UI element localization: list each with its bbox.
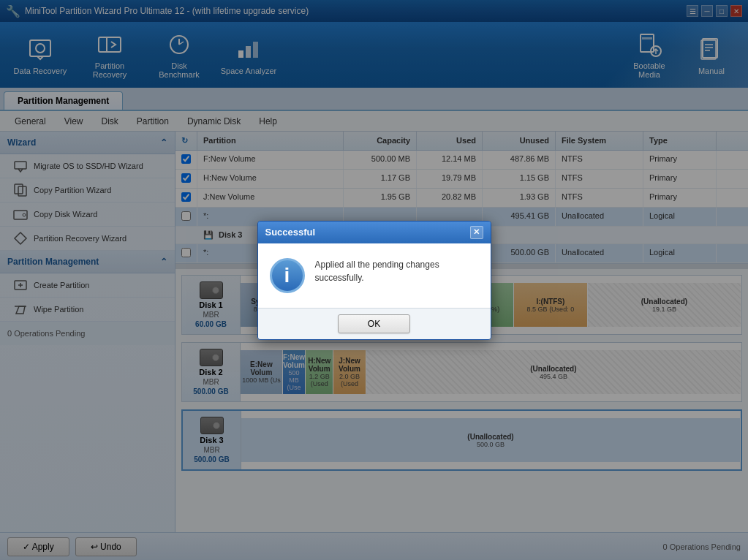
dialog-message: Applied all the pending changes successf…: [315, 258, 479, 284]
dialog-footer: OK: [258, 308, 491, 339]
dialog-icon-letter: i: [284, 264, 290, 287]
dialog-text-area: Applied all the pending changes successf…: [315, 258, 479, 284]
successful-dialog: Successful ✕ i Applied all the pending c…: [257, 221, 491, 340]
dialog-ok-button[interactable]: OK: [338, 314, 410, 333]
dialog-info-icon: i: [270, 258, 305, 293]
dialog-title-bar: Successful ✕: [258, 222, 491, 243]
dialog-close-button[interactable]: ✕: [470, 226, 483, 239]
dialog-overlay: Successful ✕ i Applied all the pending c…: [0, 0, 748, 560]
dialog-title-text: Successful: [265, 227, 316, 238]
dialog-body: i Applied all the pending changes succes…: [258, 243, 491, 308]
